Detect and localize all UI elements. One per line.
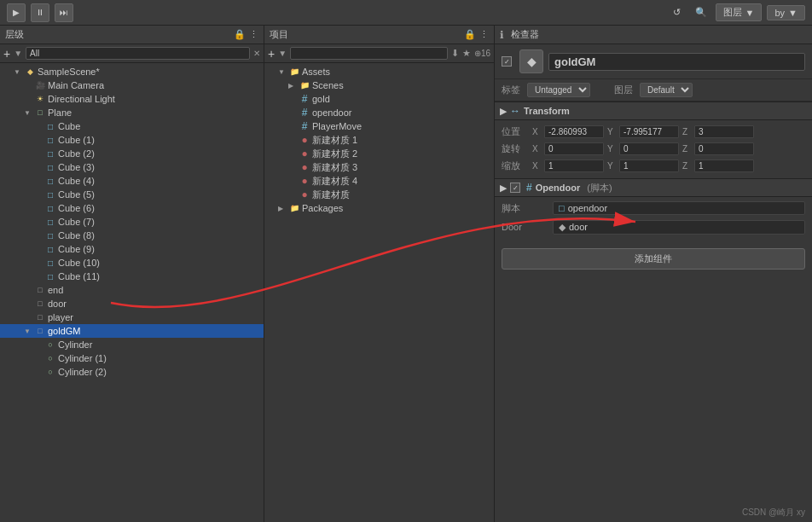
hierarchy-item-goldgm[interactable]: ▼ □ goldGM [0,324,264,338]
layout-dropdown[interactable]: by ▼ [767,5,805,20]
rotation-label: 旋转 [502,142,532,155]
project-opendoor-script[interactable]: # opendoor [264,106,494,119]
project-material-1[interactable]: ● 新建材质 1 [264,133,494,147]
hierarchy-item-cube-1[interactable]: □ Cube (1) [0,133,264,147]
play-button[interactable]: ▶ [7,3,26,22]
position-y-input[interactable] [619,125,679,138]
rotation-y-input[interactable] [619,142,679,155]
project-add-icon[interactable]: + [268,47,275,61]
project-header: 项目 🔒 ⋮ [264,26,494,44]
project-material-3[interactable]: ● 新建材质 3 [264,160,494,174]
playermove-script-icon: # [299,120,310,132]
project-material-2[interactable]: ● 新建材质 2 [264,147,494,160]
opendoor-checkbox[interactable]: ✓ [510,183,520,193]
position-z-input[interactable] [694,125,754,138]
project-gold-script[interactable]: # gold [264,92,494,106]
project-download-icon[interactable]: ⬇ [451,48,459,59]
project-packages-folder[interactable]: ▶ 📁 Packages [264,201,494,215]
scale-y-label: Y [607,161,618,171]
layer-dropdown[interactable]: Default [640,83,693,97]
hierarchy-item-door[interactable]: □ door [0,297,264,310]
pause-button[interactable]: ⏸ [31,3,49,22]
camera-label: Main Camera [48,80,104,90]
hierarchy-item-main-camera[interactable]: 🎥 Main Camera [0,78,264,92]
cube-icon-11: □ [44,270,56,282]
end-icon: □ [34,284,46,296]
hierarchy-item-cube-3[interactable]: □ Cube (3) [0,160,264,174]
project-playermove-script[interactable]: # PlayerMove [264,119,494,133]
scale-y-input[interactable] [619,160,679,172]
project-scenes-folder[interactable]: ▶ 📁 Scenes [264,78,494,92]
project-search-input[interactable] [290,47,448,60]
watermark: CSDN @崎月 xy [742,507,805,519]
inspector-object-header: ✓ ◆ [495,44,812,79]
object-name-input[interactable] [548,53,805,71]
hierarchy-item-player[interactable]: □ player [0,310,264,324]
cube-icon-10: □ [44,257,56,269]
step-button[interactable]: ⏭ [55,3,73,22]
hierarchy-item-plane[interactable]: ▼ □ Plane [0,106,264,119]
hierarchy-item-cube-0[interactable]: □ Cube [0,119,264,133]
rotation-x-input[interactable] [544,142,604,155]
project-content: ▼ 📁 Assets ▶ 📁 Scenes # gold # opendoor [264,63,494,522]
hierarchy-item-cube-6[interactable]: □ Cube (6) [0,201,264,215]
assets-label: Assets [302,67,330,77]
hierarchy-menu-icon[interactable]: ⋮ [249,29,258,40]
hierarchy-content: ▼ ◆ SampleScene* 🎥 Main Camera ☀ Directi… [0,63,264,522]
hierarchy-item-cube-11[interactable]: □ Cube (11) [0,270,264,283]
plane-expand: ▼ [24,109,34,117]
project-material-4[interactable]: ● 新建材质 4 [264,174,494,188]
hierarchy-search-input[interactable] [26,47,250,60]
project-menu-icon[interactable]: ⋮ [479,29,489,40]
layers-dropdown[interactable]: 图层 ▼ [716,3,763,21]
tag-dropdown[interactable]: Untagged [527,83,590,97]
door-value-field[interactable]: ◆ door [553,220,805,235]
hierarchy-item-cube-10[interactable]: □ Cube (10) [0,256,264,270]
cube-icon-1: □ [44,134,56,146]
hierarchy-item-cube-4[interactable]: □ Cube (4) [0,174,264,188]
project-star-icon[interactable]: ★ [462,48,471,59]
hierarchy-item-cylinder-2[interactable]: ○ Cylinder (2) [0,365,264,379]
hierarchy-add-icon[interactable]: + [3,47,10,61]
project-title: 项目 [270,28,288,41]
scale-x-input[interactable] [544,160,604,172]
project-lock-icon[interactable]: 🔒 [464,29,476,40]
project-material-5[interactable]: ● 新建材质 [264,188,494,201]
position-x-input[interactable] [544,125,604,138]
hierarchy-lock-icon[interactable]: 🔒 [234,29,246,40]
hierarchy-item-directional-light[interactable]: ☀ Directional Light [0,92,264,106]
scale-z-input[interactable] [694,160,754,172]
add-component-button[interactable]: 添加组件 [502,248,805,270]
hierarchy-item-cube-5[interactable]: □ Cube (5) [0,188,264,201]
opendoor-label: opendoor [312,107,352,118]
plane-icon: □ [34,107,46,119]
hierarchy-item-cube-7[interactable]: □ Cube (7) [0,215,264,229]
door-icon: □ [34,298,46,310]
opendoor-section-header[interactable]: ▶ ✓ # Opendoor (脚本) [495,178,812,197]
cylinder-0-label: Cylinder [58,339,92,350]
door-object-icon: ◆ [559,222,566,233]
hierarchy-item-cylinder-1[interactable]: ○ Cylinder (1) [0,351,264,365]
hierarchy-title: 层级 [5,28,24,41]
layer-label: 图层 [614,84,633,96]
rotation-y-field: Y [607,142,679,155]
hierarchy-item-cube-2[interactable]: □ Cube (2) [0,147,264,160]
object-active-checkbox[interactable]: ✓ [502,56,512,67]
hierarchy-item-end[interactable]: □ end [0,283,264,297]
material-3-label: 新建材质 3 [312,161,357,174]
hierarchy-search-clear-icon[interactable]: ✕ [253,49,260,58]
transform-icon: ↔ [510,105,520,117]
hierarchy-item-samplescene[interactable]: ▼ ◆ SampleScene* [0,65,264,78]
layers-label: 图层 [723,6,742,19]
hierarchy-item-cylinder-0[interactable]: ○ Cylinder [0,338,264,351]
door-label: door [48,299,67,309]
hierarchy-item-cube-8[interactable]: □ Cube (8) [0,229,264,242]
search-icon[interactable]: 🔍 [692,3,710,22]
transform-section-header[interactable]: ▶ ↔ Transform [495,102,812,120]
undo-icon[interactable]: ↺ [668,3,687,22]
hierarchy-item-cube-9[interactable]: □ Cube (9) [0,242,264,256]
rotation-z-input[interactable] [694,142,754,155]
project-assets-folder[interactable]: ▼ 📁 Assets [264,65,494,78]
scale-z-label: Z [682,161,693,171]
camera-icon: 🎥 [34,79,46,91]
